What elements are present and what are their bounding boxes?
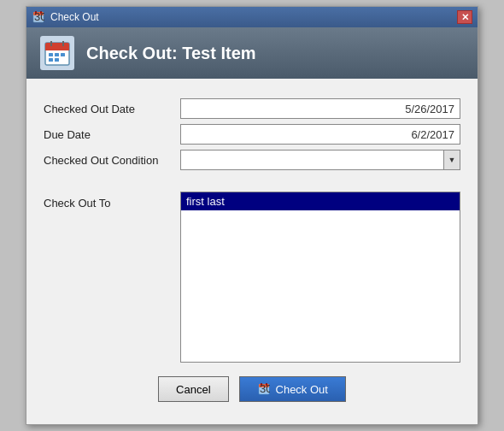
condition-field: ▼ bbox=[180, 147, 460, 173]
checked-out-date-field bbox=[180, 96, 460, 121]
svg-rect-11 bbox=[55, 53, 59, 56]
due-date-label: Due Date bbox=[44, 121, 180, 147]
svg-rect-14 bbox=[55, 58, 59, 62]
title-bar: 30 Check Out ✕ bbox=[26, 7, 478, 27]
close-button[interactable]: ✕ bbox=[457, 10, 472, 24]
svg-rect-10 bbox=[49, 53, 53, 56]
condition-dropdown-btn[interactable]: ▼ bbox=[443, 150, 460, 170]
svg-rect-13 bbox=[49, 58, 53, 62]
checkout-to-label: Check Out To bbox=[44, 192, 180, 363]
header-title: Check Out: Test Item bbox=[86, 44, 256, 63]
checkout-button[interactable]: 30 Check Out bbox=[239, 376, 346, 402]
header-bar: Check Out: Test Item bbox=[26, 27, 478, 79]
title-bar-left: 30 Check Out bbox=[32, 10, 99, 24]
svg-rect-12 bbox=[61, 53, 65, 56]
condition-dropdown-wrapper: ▼ bbox=[180, 150, 460, 170]
checkout-to-section: Check Out To first last bbox=[44, 192, 460, 363]
window-icon: 30 bbox=[32, 10, 45, 24]
condition-label: Checked Out Condition bbox=[44, 147, 180, 173]
due-date-field bbox=[180, 121, 460, 147]
checked-out-date-input[interactable] bbox=[180, 98, 460, 119]
form-fields: Checked Out Date Due Date Checked Out Co… bbox=[44, 96, 460, 183]
due-date-input[interactable] bbox=[180, 124, 460, 145]
spacer2 bbox=[180, 173, 460, 183]
svg-text:30: 30 bbox=[34, 11, 44, 23]
svg-rect-7 bbox=[45, 48, 69, 50]
checkout-icon: 30 bbox=[257, 382, 271, 396]
checkout-window: 30 Check Out ✕ Check Out: Test Item bbox=[26, 6, 478, 425]
button-row: Cancel 30 Check Out bbox=[44, 376, 460, 410]
checkout-to-list[interactable]: first last bbox=[180, 192, 460, 363]
cancel-label: Cancel bbox=[176, 383, 210, 396]
header-icon bbox=[40, 36, 74, 70]
svg-text:30: 30 bbox=[260, 383, 270, 395]
title-bar-text: Check Out bbox=[50, 11, 99, 23]
checked-out-date-label: Checked Out Date bbox=[44, 96, 180, 121]
checkout-to-selected-item[interactable]: first last bbox=[181, 192, 460, 210]
form-content: Checked Out Date Due Date Checked Out Co… bbox=[26, 79, 478, 424]
spacer bbox=[44, 173, 180, 183]
cancel-button[interactable]: Cancel bbox=[158, 376, 228, 402]
condition-input[interactable] bbox=[180, 150, 443, 170]
checkout-label: Check Out bbox=[276, 383, 328, 396]
